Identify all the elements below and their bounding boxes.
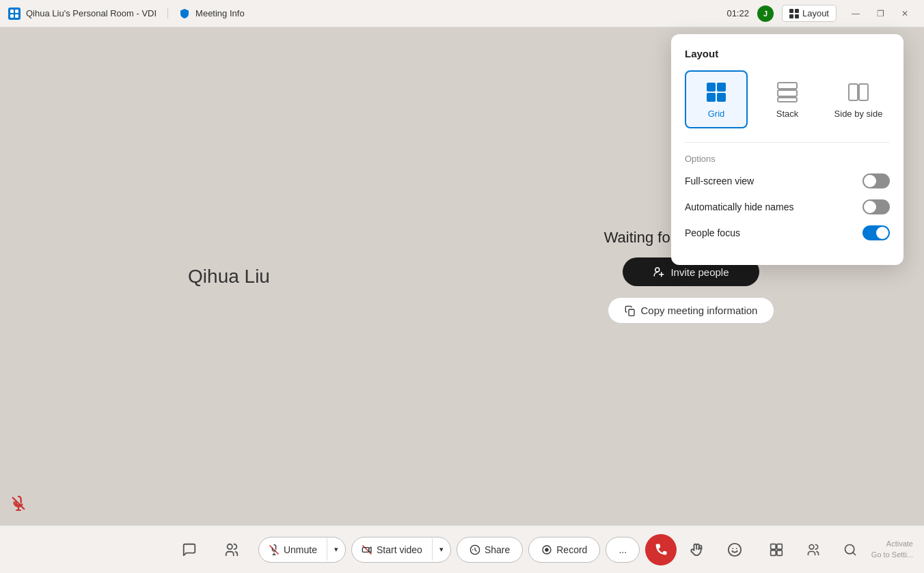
time-display: 01:22 xyxy=(726,8,749,18)
title-bar: Qihua Liu's Personal Room - VDI Meeting … xyxy=(0,0,924,27)
svg-rect-22 xyxy=(849,84,858,100)
title-bar-right: 01:22 J Layout — ❐ ✕ xyxy=(726,5,916,23)
svg-rect-5 xyxy=(795,9,799,13)
title-bar-left: Qihua Liu's Personal Room - VDI Meeting … xyxy=(8,8,726,20)
startvideo-split-button[interactable]: Start video ▾ xyxy=(351,537,451,563)
startvideo-chevron[interactable]: ▾ xyxy=(432,538,450,561)
copy-meeting-button-label: Copy meeting information xyxy=(641,305,758,316)
close-button[interactable]: ✕ xyxy=(894,5,916,23)
svg-rect-20 xyxy=(778,90,797,96)
sidebyside-option-icon xyxy=(846,80,871,104)
svg-rect-3 xyxy=(15,14,18,18)
fullscreen-toggle[interactable] xyxy=(862,173,890,188)
unmute-chevron[interactable]: ▾ xyxy=(327,538,345,561)
svg-point-35 xyxy=(736,548,737,549)
shield-icon xyxy=(179,8,190,19)
muted-indicator xyxy=(11,496,26,514)
participants-icon xyxy=(806,543,820,557)
more-label: ... xyxy=(619,544,627,555)
layout-popup-title: Layout xyxy=(685,48,890,59)
svg-point-34 xyxy=(732,548,733,549)
activate-label: Activate xyxy=(871,539,913,549)
record-button[interactable]: Record xyxy=(528,537,600,563)
chat-button[interactable] xyxy=(174,534,205,565)
hidenames-option-row: Automatically hide names xyxy=(685,199,890,214)
copy-icon xyxy=(625,305,636,316)
svg-point-33 xyxy=(729,543,741,555)
end-call-icon xyxy=(653,542,668,557)
toolbar: Unmute ▾ Start video ▾ Share Record xyxy=(0,525,924,573)
copy-meeting-button[interactable]: Copy meeting information xyxy=(608,297,775,324)
search-button[interactable] xyxy=(834,534,866,565)
mute-icon xyxy=(11,496,26,511)
raise-hand-button[interactable] xyxy=(682,534,714,565)
svg-rect-15 xyxy=(707,83,716,92)
stack-option-icon xyxy=(775,80,800,104)
layout-icon xyxy=(789,9,799,18)
reactions-icon xyxy=(727,542,742,557)
share-label: Share xyxy=(485,544,510,555)
svg-rect-0 xyxy=(10,10,14,13)
apps-icon xyxy=(770,543,783,557)
unmute-label: Unmute xyxy=(284,544,317,555)
layout-button-label: Layout xyxy=(802,8,829,18)
people-button[interactable] xyxy=(216,534,247,565)
user-avatar: J xyxy=(757,5,774,22)
layout-option-grid[interactable]: Grid xyxy=(685,70,748,128)
left-video-panel: Qihua Liu xyxy=(0,27,458,525)
svg-rect-6 xyxy=(789,14,793,18)
layout-option-sidebyside[interactable]: Side by side xyxy=(827,70,890,128)
peoplefocus-toggle-knob xyxy=(876,227,888,239)
svg-rect-17 xyxy=(707,93,716,102)
svg-point-32 xyxy=(545,548,549,551)
record-icon xyxy=(541,544,552,555)
svg-rect-38 xyxy=(771,550,776,555)
svg-rect-2 xyxy=(10,14,14,18)
participants-button[interactable] xyxy=(798,534,829,565)
svg-line-28 xyxy=(363,546,371,554)
fullscreen-label: Full-screen view xyxy=(685,176,754,186)
svg-line-42 xyxy=(853,552,856,555)
activate-watermark: Activate Go to Setti... xyxy=(871,539,913,560)
peoplefocus-option-row: People focus xyxy=(685,225,890,240)
reactions-button[interactable] xyxy=(719,534,750,565)
peoplefocus-toggle[interactable] xyxy=(862,225,890,240)
startvideo-main[interactable]: Start video xyxy=(352,537,432,562)
toolbar-right: Activate Go to Setti... xyxy=(761,534,913,565)
svg-point-40 xyxy=(809,544,814,549)
people-icon xyxy=(224,542,239,557)
svg-rect-7 xyxy=(795,14,799,18)
search-icon xyxy=(843,543,857,557)
minimize-button[interactable]: — xyxy=(845,5,867,23)
app-title: Qihua Liu's Personal Room - VDI xyxy=(26,8,157,18)
app-icon xyxy=(8,8,21,20)
apps-button[interactable] xyxy=(761,534,792,565)
video-icon xyxy=(362,544,372,555)
svg-rect-37 xyxy=(777,544,783,549)
chat-icon xyxy=(182,542,197,557)
startvideo-label: Start video xyxy=(377,544,422,555)
more-button[interactable]: ... xyxy=(606,537,640,563)
end-call-button[interactable] xyxy=(645,534,677,565)
fullscreen-toggle-knob xyxy=(864,175,876,187)
maximize-button[interactable]: ❐ xyxy=(869,5,891,23)
unmute-main[interactable]: Unmute xyxy=(259,537,327,562)
layout-popup: Layout Grid Stack xyxy=(671,34,903,265)
hidenames-toggle-knob xyxy=(864,201,876,213)
layout-button[interactable]: Layout xyxy=(782,5,837,22)
svg-rect-36 xyxy=(771,544,776,549)
unmute-split-button[interactable]: Unmute ▾ xyxy=(258,537,346,563)
hidenames-toggle[interactable] xyxy=(862,199,890,214)
go-to-settings-label: Go to Setti... xyxy=(871,550,913,560)
svg-point-24 xyxy=(228,544,232,548)
svg-rect-23 xyxy=(859,84,868,100)
meeting-info-tab[interactable]: Meeting Info xyxy=(195,8,245,18)
layout-option-stack[interactable]: Stack xyxy=(756,70,819,128)
layout-options: Grid Stack Side by side xyxy=(685,70,890,128)
hidenames-label: Automatically hide names xyxy=(685,201,794,212)
grid-option-icon xyxy=(704,80,729,104)
invite-button-label: Invite people xyxy=(670,266,729,278)
share-button[interactable]: Share xyxy=(457,537,523,563)
record-label: Record xyxy=(556,544,587,555)
window-controls: — ❐ ✕ xyxy=(845,5,916,23)
